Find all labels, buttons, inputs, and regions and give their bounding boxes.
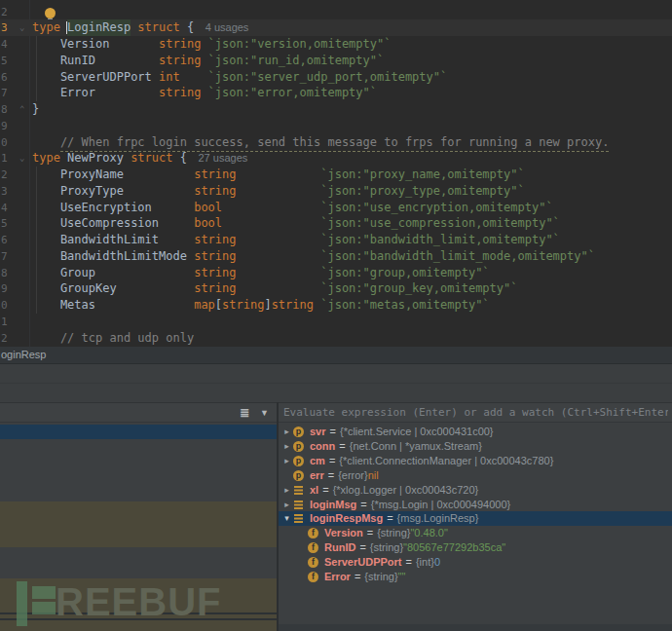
line-number: 7 (1, 248, 10, 265)
line-number: 8 (1, 265, 10, 281)
line-number: 1 (1, 150, 10, 167)
code-editor[interactable]: 23⌄typeLoginRespstruct{4 usages4Versions… (0, 0, 672, 348)
code-token: `json:"version,omitempty"` (208, 36, 392, 53)
code-token: LoginResp (67, 19, 131, 36)
code-token: BandwidthLimit (60, 232, 159, 248)
code-line[interactable]: 3⌄typeLoginRespstruct{4 usages (0, 19, 672, 36)
code-line[interactable]: 2 (0, 4, 672, 20)
variable-row[interactable]: ▸pconn={net.Conn | *yamux.Stream} (279, 439, 672, 454)
chevron-down-icon[interactable]: ▼ (260, 404, 269, 423)
code-line[interactable]: 6ServerUDPPortint`json:"server_udp_port,… (0, 69, 672, 86)
fold-marker-icon[interactable]: ⌄ (19, 150, 24, 167)
variable-row[interactable]: fError={string} "" (279, 570, 672, 584)
code-token: Metas (60, 297, 95, 314)
code-token: struct (137, 19, 179, 36)
variables-panel[interactable]: ▸psvr={*client.Service | 0xc000431c00}▸p… (279, 423, 672, 631)
code-token: } (32, 101, 39, 118)
code-line[interactable]: 0// When frpc login success, send this m… (0, 134, 672, 151)
line-number: 8 (1, 101, 10, 118)
variable-name: err (310, 468, 324, 483)
variable-value: {string} (377, 526, 410, 540)
code-line[interactable]: 7Errorstring`json:"error,omitempty"` (0, 85, 672, 101)
variable-row[interactable]: ▸pcm={*client.ConnectionManager | 0xc000… (279, 454, 672, 468)
line-number: 3 (1, 183, 10, 200)
variable-row[interactable]: ▸loginMsg={*msg.Login | 0xc000494000} (279, 498, 672, 512)
code-token: string (159, 85, 201, 101)
code-token: type (32, 19, 60, 36)
bottom-strip (279, 624, 672, 631)
code-line[interactable]: 8⌃} (0, 101, 672, 118)
code-line[interactable]: 0Metasmap[string]string`json:"metas,omit… (0, 297, 672, 314)
code-line[interactable]: 9 (0, 118, 672, 134)
field-icon: f (308, 542, 319, 553)
line-number: 0 (1, 297, 10, 314)
text-caret (66, 21, 68, 34)
frames-selected-row[interactable] (0, 425, 277, 439)
code-line[interactable]: 4UseEncryptionbool`json:"use_encryption,… (0, 200, 672, 216)
code-line[interactable]: 2// tcp and udp only (0, 330, 672, 347)
code-line[interactable]: 6BandwidthLimitstring`json:"bandwidth_li… (0, 232, 672, 248)
variable-name: Error (324, 570, 351, 584)
breadcrumb-item[interactable]: oginResp (1, 347, 46, 363)
variable-row[interactable]: fVersion={string} "0.48.0" (279, 526, 672, 540)
code-token: `json:"run_id,omitempty"` (208, 53, 385, 69)
code-token: `json:"bandwidth_limit_mode,omitempty"` (320, 248, 595, 265)
equals-sign: = (328, 468, 334, 483)
code-line[interactable]: 4Versionstring`json:"version,omitempty"` (0, 36, 672, 53)
code-token: ProxyType (60, 183, 124, 200)
code-line[interactable]: 7BandwidthLimitModestring`json:"bandwidt… (0, 248, 672, 265)
code-token: type (32, 150, 60, 167)
equals-sign: = (339, 439, 345, 454)
breadcrumb: oginResp (0, 347, 672, 364)
code-line[interactable]: 2ProxyNamestring`json:"proxy_name,omitem… (0, 167, 672, 183)
debugger-body: REEBUF ▸psvr={*client.Service | 0xc00043… (0, 423, 672, 631)
tree-toggle-icon[interactable]: ▸ (280, 498, 293, 512)
tree-toggle-icon[interactable]: ▾ (280, 511, 293, 526)
variable-row[interactable]: fServerUDPPort={int} 0 (279, 555, 672, 570)
code-line[interactable]: 5RunIDstring`json:"run_id,omitempty"` (0, 53, 672, 69)
variable-row[interactable]: ▸xl={*xlog.Logger | 0xc00043c720} (279, 483, 672, 498)
code-token: ProxyName (60, 167, 124, 183)
tree-toggle-icon[interactable]: ▸ (280, 454, 293, 468)
parameter-icon: p (293, 470, 304, 481)
variable-row[interactable]: ▸psvr={*client.Service | 0xc000431c00} (279, 425, 672, 439)
code-line[interactable]: 3ProxyTypestring`json:"proxy_type,omitem… (0, 183, 672, 200)
variable-row[interactable]: ▾loginRespMsg={msg.LoginResp} (279, 511, 672, 526)
code-token: `json:"group_key,omitempty"` (320, 280, 517, 297)
equals-sign: = (360, 498, 366, 512)
tree-toggle-icon[interactable]: ▸ (280, 425, 293, 439)
code-token: { (187, 19, 194, 36)
variable-name: loginRespMsg (310, 511, 383, 526)
code-token: string (194, 280, 236, 297)
equals-sign: = (355, 570, 360, 584)
code-token: { (180, 150, 187, 167)
equals-sign: = (330, 425, 336, 439)
code-line[interactable]: 1 (0, 314, 672, 330)
code-token: Group (60, 265, 95, 281)
variable-name: loginMsg (310, 498, 356, 512)
variable-name: conn (310, 439, 335, 454)
fold-marker-icon[interactable]: ⌃ (19, 101, 24, 118)
code-token: Error (60, 85, 95, 101)
tree-toggle-icon[interactable]: ▸ (280, 439, 293, 454)
variable-row[interactable]: perr={error} nil (279, 468, 672, 483)
variable-icon (294, 514, 303, 516)
parameter-icon: p (293, 470, 305, 481)
tree-toggle-icon[interactable]: ▸ (280, 483, 293, 498)
evaluate-expression-input[interactable]: Evaluate expression (Enter) or add a wat… (283, 403, 668, 422)
code-token: `json:"metas,omitempty"` (320, 297, 489, 314)
line-number: 2 (1, 330, 10, 347)
line-number: 3 (1, 19, 10, 36)
code-token: `json:"group,omitempty"` (320, 265, 489, 281)
code-line[interactable]: 8Groupstring`json:"group,omitempty"` (0, 265, 672, 281)
variable-row[interactable]: fRunID={string} "80567e77292b35ca" (279, 540, 672, 555)
variable-name: xl (310, 483, 318, 498)
threads-view-icon[interactable]: ≣ (240, 404, 249, 423)
code-line[interactable]: 5UseCompressionbool`json:"use_compressio… (0, 215, 672, 232)
code-line[interactable]: 9GroupKeystring`json:"group_key,omitempt… (0, 280, 672, 297)
code-token: BandwidthLimitMode (60, 248, 187, 265)
fold-marker-icon[interactable]: ⌄ (19, 19, 24, 36)
code-line[interactable]: 1⌄typeNewProxystruct{27 usages (0, 150, 672, 167)
frames-panel[interactable]: REEBUF (0, 423, 277, 631)
intention-bulb-icon[interactable] (45, 8, 56, 19)
